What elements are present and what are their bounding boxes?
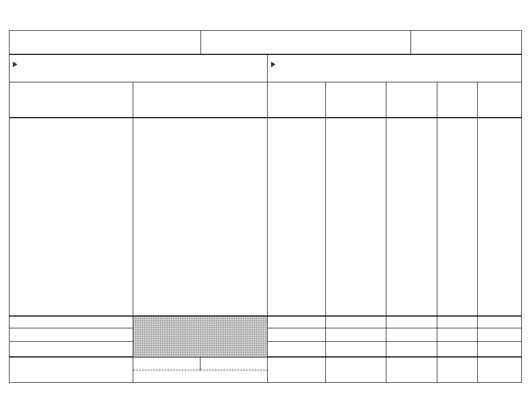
- col-head-1: [9, 82, 133, 118]
- col-head-4: [325, 82, 386, 118]
- bottom-c4: [325, 357, 386, 383]
- header-r2-left: [9, 54, 268, 82]
- fr3-c4: [325, 341, 386, 357]
- fr1-c1: [9, 316, 133, 328]
- fr3-c7: [477, 341, 522, 357]
- col-head-3: [267, 82, 326, 118]
- bottom-c1: [9, 357, 133, 383]
- header-r1-c1: [9, 30, 201, 54]
- bottom-c5: [386, 357, 437, 383]
- fr2-c1: [9, 328, 133, 342]
- fr1-c5: [386, 316, 437, 328]
- fr2-c7: [477, 328, 522, 342]
- fr2-c3: [267, 328, 326, 342]
- header-r2-right: [267, 54, 522, 82]
- bottom-c2-right: [200, 357, 268, 370]
- fr1-c4: [325, 316, 386, 328]
- fr1-c6: [437, 316, 478, 328]
- fr2-c6: [437, 328, 478, 342]
- bottom-c7: [477, 357, 522, 383]
- fr3-c6: [437, 341, 478, 357]
- body-c3: [267, 118, 326, 317]
- col-head-2: [133, 82, 268, 118]
- bottom-c2-container: [133, 357, 268, 383]
- fr2-c4: [325, 328, 386, 342]
- body-c6: [437, 118, 478, 317]
- body-c1: [9, 118, 133, 317]
- bottom-c3: [267, 357, 326, 383]
- body-c5: [386, 118, 437, 317]
- bottom-c6: [437, 357, 478, 383]
- bottom-c2-left: [133, 357, 200, 370]
- header-r1-c3: [410, 30, 522, 54]
- triangle-right-icon: [271, 62, 276, 67]
- triangle-right-icon: [13, 62, 17, 67]
- col-head-6: [437, 82, 478, 118]
- body-c4: [325, 118, 386, 317]
- col-head-5: [386, 82, 437, 118]
- hatched-block: [133, 316, 268, 357]
- col-head-7: [477, 82, 522, 118]
- body-c2: [133, 118, 268, 317]
- fr1-c3: [267, 316, 326, 328]
- form-page: [0, 0, 532, 404]
- body-c7: [477, 118, 522, 317]
- fr3-c5: [386, 341, 437, 357]
- header-r1-c2: [200, 30, 411, 54]
- fr3-c3: [267, 341, 326, 357]
- fr3-c1: [9, 341, 133, 357]
- fr1-c7: [477, 316, 522, 328]
- fr2-c5: [386, 328, 437, 342]
